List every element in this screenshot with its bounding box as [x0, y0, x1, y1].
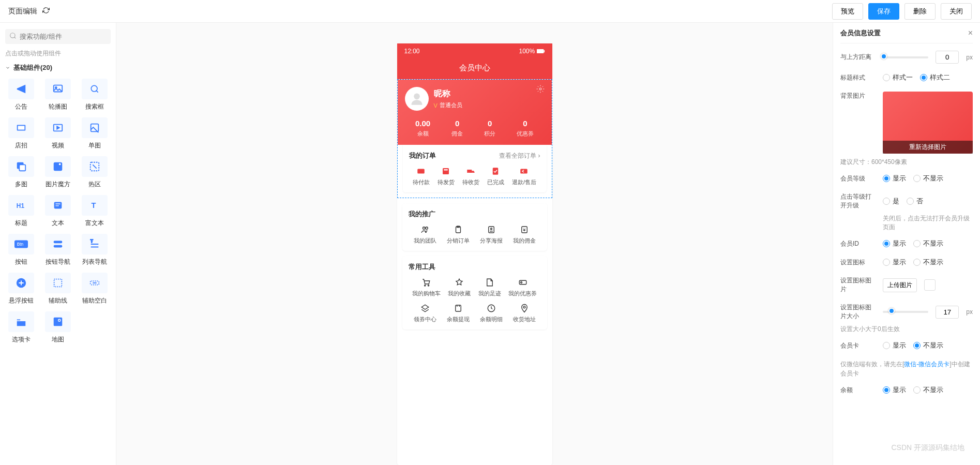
- tool-item[interactable]: 我的优惠券: [508, 278, 537, 297]
- radio-level-hide[interactable]: 不显示: [913, 174, 943, 183]
- component-item[interactable]: 公告: [5, 79, 38, 111]
- component-icon: [8, 79, 34, 99]
- tool-item[interactable]: 我的收藏: [448, 278, 471, 297]
- stat-item[interactable]: 0优惠券: [517, 119, 534, 138]
- radio-card-show[interactable]: 显示: [883, 341, 906, 350]
- stat-item[interactable]: 0积分: [484, 119, 495, 138]
- iconsize-input[interactable]: [936, 306, 959, 319]
- radio-seticon-hide[interactable]: 不显示: [913, 258, 943, 267]
- component-item[interactable]: 按钮导航: [42, 234, 74, 266]
- close-button[interactable]: 关闭: [941, 3, 972, 20]
- component-label: 辅助空白: [82, 296, 107, 305]
- distance-slider[interactable]: [883, 56, 928, 58]
- radio-seticon-show[interactable]: 显示: [883, 258, 906, 267]
- member-header: 昵称 V普通会员 0.00余额0佣金0积分0优惠券: [398, 80, 552, 145]
- svg-point-39: [425, 227, 428, 230]
- search-input[interactable]: [20, 33, 107, 40]
- order-item[interactable]: 已完成: [487, 167, 504, 186]
- tool-item[interactable]: 余额明细: [480, 304, 503, 323]
- radio-style2[interactable]: 样式二: [920, 73, 950, 82]
- card-hint-link[interactable]: 微信-微信会员卡: [904, 361, 949, 368]
- component-item[interactable]: 视频: [42, 117, 74, 150]
- delete-button[interactable]: 删除: [904, 3, 936, 20]
- order-item[interactable]: 退款/售后: [512, 167, 536, 186]
- bg-reselect[interactable]: 重新选择图片: [883, 141, 973, 154]
- svg-rect-19: [54, 245, 63, 248]
- radio-upgrade-yes[interactable]: 是: [883, 197, 899, 206]
- radio-upgrade-no[interactable]: 否: [907, 197, 923, 206]
- iconsize-slider[interactable]: [883, 311, 928, 313]
- gear-icon[interactable]: [536, 85, 545, 95]
- component-item[interactable]: 热区: [78, 156, 111, 189]
- selected-component[interactable]: 昵称 V普通会员 0.00余额0佣金0积分0优惠券 我的订单 查看全部订单 › …: [397, 79, 552, 198]
- group-header[interactable]: 基础组件(20): [5, 63, 111, 72]
- svg-point-34: [469, 173, 470, 174]
- component-label: 按钮导航: [46, 258, 70, 266]
- search-box[interactable]: [5, 29, 111, 44]
- svg-text:H1: H1: [17, 202, 25, 209]
- stat-item[interactable]: 0.00余额: [415, 119, 430, 138]
- stat-item[interactable]: 0佣金: [451, 119, 463, 138]
- svg-rect-22: [54, 279, 62, 287]
- component-label: 公告: [15, 102, 27, 111]
- radio-balance-show[interactable]: 显示: [883, 385, 906, 395]
- promo-item[interactable]: 我的团队: [414, 225, 436, 245]
- order-item[interactable]: 待发货: [438, 167, 455, 186]
- close-icon[interactable]: ×: [968, 28, 973, 38]
- orders-more[interactable]: 查看全部订单 ›: [499, 152, 540, 160]
- component-icon: [45, 156, 71, 177]
- tool-item[interactable]: 我的足迹: [478, 278, 501, 297]
- card-hint: 仅微信端有效，请先在[微信-微信会员卡]中创建会员卡: [840, 359, 973, 378]
- radio-style1[interactable]: 样式一: [883, 73, 913, 82]
- tool-item[interactable]: 领券中心: [414, 304, 436, 323]
- tools-row2: 领券中心余额提现余额明细收货地址: [409, 304, 541, 323]
- radio-balance-hide[interactable]: 不显示: [913, 385, 943, 395]
- component-item[interactable]: 多图: [5, 156, 38, 189]
- level-badge-icon: V: [434, 102, 438, 109]
- svg-rect-49: [455, 305, 461, 311]
- component-item[interactable]: 图片魔方: [42, 156, 74, 189]
- tool-item[interactable]: 余额提现: [447, 304, 470, 323]
- component-item[interactable]: 悬浮按钮: [5, 273, 38, 305]
- preview-button[interactable]: 预览: [832, 3, 863, 20]
- component-item[interactable]: 辅助空白: [78, 273, 111, 305]
- component-item[interactable]: 地图: [42, 311, 74, 344]
- svg-text:Btn: Btn: [17, 242, 24, 247]
- tool-item[interactable]: 我的购物车: [412, 278, 441, 297]
- distance-input[interactable]: [936, 51, 959, 64]
- component-item[interactable]: 文本: [42, 195, 74, 228]
- component-item[interactable]: 单图: [78, 117, 111, 150]
- component-item[interactable]: T列表导航: [78, 234, 111, 266]
- radio-id-hide[interactable]: 不显示: [913, 239, 943, 248]
- component-item[interactable]: Btn按钮: [5, 234, 38, 266]
- order-item[interactable]: 待付款: [413, 167, 430, 186]
- tool-item[interactable]: 收货地址: [513, 304, 536, 323]
- component-item[interactable]: 辅助线: [42, 273, 74, 305]
- promo-item[interactable]: ¥我的佣金: [513, 225, 536, 245]
- svg-text:¥: ¥: [523, 228, 525, 232]
- save-button[interactable]: 保存: [868, 3, 899, 20]
- component-icon: [8, 117, 34, 138]
- component-item[interactable]: 选项卡: [5, 311, 38, 344]
- component-label: 悬浮按钮: [9, 296, 34, 305]
- component-item[interactable]: T富文本: [78, 195, 111, 228]
- radio-level-show[interactable]: 显示: [883, 174, 906, 183]
- promo-item[interactable]: 分享海报: [480, 225, 503, 245]
- svg-rect-36: [493, 168, 499, 175]
- svg-point-48: [520, 282, 522, 283]
- svg-rect-7: [91, 124, 98, 132]
- component-item[interactable]: H1标题: [5, 195, 38, 228]
- promo-item[interactable]: 分销订单: [447, 225, 470, 245]
- radio-card-hide[interactable]: 不显示: [913, 341, 943, 350]
- radio-id-show[interactable]: 显示: [883, 239, 906, 248]
- order-item[interactable]: 待收货: [462, 167, 479, 186]
- bg-preview[interactable]: 重新选择图片: [883, 92, 973, 154]
- svg-text:T: T: [91, 202, 96, 210]
- refresh-icon[interactable]: [42, 7, 50, 16]
- component-item[interactable]: 搜索框: [78, 79, 111, 111]
- avatar[interactable]: [405, 87, 429, 111]
- component-item[interactable]: 店招: [5, 117, 38, 150]
- upload-button[interactable]: 上传图片: [883, 278, 917, 292]
- component-label: 单图: [88, 141, 101, 150]
- component-item[interactable]: 轮播图: [42, 79, 74, 111]
